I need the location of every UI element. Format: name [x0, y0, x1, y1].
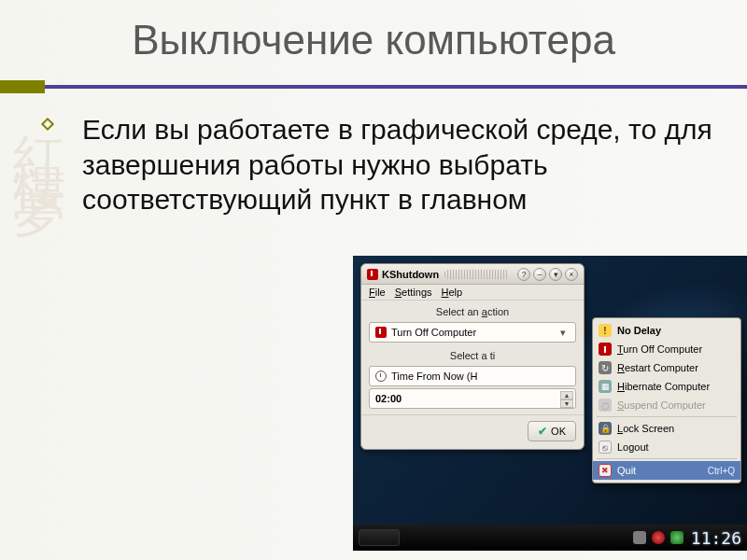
desktop-screenshot: KShutdown ? – ▾ × File Settings Help Sel… — [353, 256, 747, 551]
quit-icon — [599, 464, 612, 477]
menu-separator — [597, 416, 737, 417]
close-button[interactable]: × — [565, 268, 578, 281]
action-combo[interactable]: Turn Off Computer ▾ — [369, 322, 576, 343]
clock-icon — [375, 371, 387, 382]
time-value-text: 02:00 — [375, 393, 402, 404]
ok-button[interactable]: ✔ OK — [528, 421, 576, 441]
menu-separator — [597, 458, 737, 459]
lock-icon — [599, 422, 612, 435]
menu-item-suspend[interactable]: Suspend Computer — [593, 396, 740, 414]
app-icon — [367, 269, 378, 280]
minimize-button[interactable]: – — [533, 268, 546, 281]
action-combo-value: Turn Off Computer — [391, 327, 476, 338]
kshutdown-window: KShutdown ? – ▾ × File Settings Help Sel… — [360, 263, 585, 450]
menu-item-turn-off[interactable]: Turn Off Computer — [593, 340, 740, 358]
spin-buttons[interactable]: ▲ ▼ — [560, 391, 573, 406]
menu-item-lock[interactable]: Lock Screen — [593, 419, 740, 438]
menu-item-label: Turn Off Computer — [617, 343, 702, 355]
chevron-down-icon: ▾ — [557, 327, 570, 339]
suspend-icon — [599, 399, 612, 412]
menu-item-label: Quit — [617, 465, 636, 476]
menu-help[interactable]: Help — [442, 287, 463, 298]
menu-button[interactable]: ▾ — [549, 268, 562, 281]
menu-settings[interactable]: Settings — [395, 287, 432, 298]
ok-icon: ✔ — [538, 427, 547, 436]
slide-body: Если вы работаете в графической среде, т… — [58, 112, 719, 217]
menu-item-no-delay[interactable]: No Delay — [593, 321, 740, 340]
tray-status-icon[interactable] — [670, 531, 684, 544]
menu-item-hibernate[interactable]: Hibernate Computer — [593, 377, 740, 396]
menu-item-label: Hibernate Computer — [617, 381, 710, 392]
menu-item-quit[interactable]: Quit Ctrl+Q — [593, 461, 740, 480]
menu-item-label: Restart Computer — [617, 362, 698, 373]
menu-item-logout[interactable]: Logout — [593, 438, 740, 456]
titlebar-stripes — [444, 270, 509, 279]
menu-item-label: Suspend Computer — [617, 399, 706, 411]
power-icon — [599, 343, 612, 356]
ok-button-label: OK — [551, 426, 566, 437]
warning-icon — [599, 324, 612, 337]
window-title: KShutdown — [382, 269, 439, 280]
spin-up-icon[interactable]: ▲ — [560, 391, 573, 399]
menu-item-label: Logout — [617, 441, 649, 453]
taskbar: 11:26 — [353, 525, 747, 551]
action-dropdown-menu: No Delay Turn Off Computer Restart Compu… — [592, 317, 741, 483]
logout-icon — [599, 441, 612, 454]
time-mode-value: Time From Now (H — [391, 371, 477, 382]
menu-item-label: Lock Screen — [617, 423, 674, 434]
power-icon — [375, 327, 387, 338]
system-tray — [633, 531, 684, 544]
hibernate-icon — [599, 380, 612, 393]
restart-icon — [599, 361, 612, 374]
slide-title: Выключение компьютера — [0, 0, 747, 63]
spin-down-icon[interactable]: ▼ — [560, 399, 573, 408]
menu-file[interactable]: File — [369, 287, 386, 298]
menu-item-restart[interactable]: Restart Computer — [593, 358, 740, 377]
dialog-buttons: ✔ OK — [361, 414, 584, 449]
time-value-spin[interactable]: 02:00 ▲ ▼ — [369, 388, 576, 409]
help-button[interactable]: ? — [517, 268, 530, 281]
select-action-label: Select an action — [361, 301, 584, 320]
taskbar-clock: 11:26 — [691, 528, 741, 548]
window-menubar: File Settings Help — [361, 285, 584, 301]
menu-item-shortcut: Ctrl+Q — [708, 466, 735, 476]
taskbar-app-button[interactable] — [359, 529, 400, 546]
slide-body-text: Если вы работаете в графической среде, т… — [58, 112, 719, 217]
window-titlebar[interactable]: KShutdown ? – ▾ × — [361, 264, 584, 285]
select-time-label: Select a ti — [361, 344, 584, 364]
slide-divider — [0, 80, 747, 93]
menu-item-label: No Delay — [617, 325, 661, 336]
tray-power-icon[interactable] — [652, 531, 665, 544]
time-mode-combo[interactable]: Time From Now (H — [369, 366, 576, 386]
presentation-slide: 紅樓夢 Выключение компьютера Если вы работа… — [0, 0, 747, 560]
tray-icon[interactable] — [633, 531, 646, 544]
